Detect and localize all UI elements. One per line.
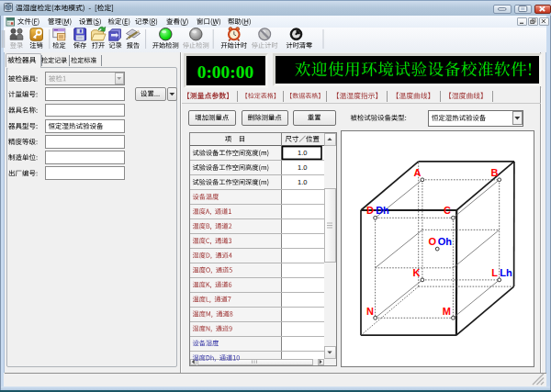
svg-text:1.0: 1.0 [298, 149, 307, 157]
svg-text:N: N [366, 306, 374, 317]
svg-text:D: D [366, 205, 374, 216]
svg-text:1.0: 1.0 [298, 163, 307, 172]
svg-text:1.0: 1.0 [298, 178, 307, 186]
svg-text:Dh: Dh [376, 205, 389, 216]
svg-text:Oh: Oh [438, 236, 453, 247]
svg-text:B: B [491, 167, 499, 178]
svg-text:K: K [413, 267, 421, 278]
svg-text:C: C [444, 205, 451, 216]
svg-text:A: A [414, 167, 422, 178]
svg-text:L: L [491, 267, 498, 278]
svg-text:M: M [443, 306, 451, 317]
svg-text:O: O [428, 236, 436, 247]
svg-text:Lh: Lh [500, 267, 512, 278]
svg-text:0:00:00: 0:00:00 [197, 62, 254, 82]
